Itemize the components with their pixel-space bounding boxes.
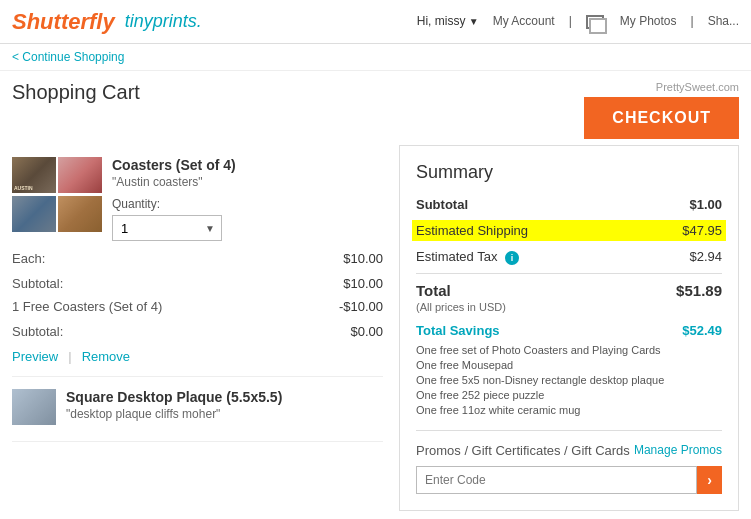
cart-thumb-1 [12,157,56,193]
cart-item-2-info: Square Desktop Plaque (5.5x5.5) "desktop… [66,389,383,429]
each-label: Each: [12,251,45,266]
preview-link[interactable]: Preview [12,349,58,364]
subtotal-summary-row: Subtotal $1.00 [416,197,722,212]
cart-item-1-actions: Preview | Remove [12,349,383,364]
free-subtotal-label: Subtotal: [12,324,63,339]
summary-title: Summary [416,162,722,183]
each-price-row: Each: $10.00 [12,251,383,266]
my-account-link[interactable]: My Account [493,14,555,28]
photos-thumbnail-icon [586,15,604,29]
promo-submit-button[interactable]: › [697,466,722,494]
free-item-row: 1 Free Coasters (Set of 4) -$10.00 [12,299,383,314]
greeting-text: Hi, missy ▼ [417,14,479,28]
share-link[interactable]: Sha... [708,14,739,28]
subtotal-value-1: $10.00 [343,276,383,291]
header: Shutterfly tinyprints. Hi, missy ▼ My Ac… [0,0,751,44]
page-title: Shopping Cart [12,81,140,104]
main-content: Coasters (Set of 4) "Austin coasters" Qu… [0,145,751,519]
savings-label: Total Savings [416,323,500,338]
continue-shopping-link[interactable]: Continue Shopping [12,50,124,64]
promo-section-label: Promos / Gift Certificates / Gift Cards [416,443,630,458]
quantity-select-wrapper[interactable]: 1 2 3 ▼ [112,215,222,241]
tax-label-text: Estimated Tax [416,249,497,264]
cart-item-2-header: Square Desktop Plaque (5.5x5.5) "desktop… [12,389,383,429]
savings-item-1: One free set of Photo Coasters and Playi… [416,344,722,356]
tax-summary-label: Estimated Tax i [416,249,519,265]
cart-item-1-name: Coasters (Set of 4) [112,157,383,173]
savings-value: $52.49 [682,323,722,338]
shipping-summary-label: Estimated Shipping [416,223,528,238]
savings-item-3: One free 5x5 non-Disney rectangle deskto… [416,374,722,386]
quantity-select[interactable]: 1 2 3 [113,216,221,240]
remove-link[interactable]: Remove [82,349,130,364]
shutterfly-logo: Shutterfly [12,9,115,35]
free-subtotal-value: $0.00 [350,324,383,339]
page-title-row: Shopping Cart PrettySweet.com CHECKOUT [0,71,751,145]
photos-icon [586,14,606,29]
cart-item-2-image [12,389,56,425]
free-subtotal-row: Subtotal: $0.00 [12,324,383,339]
cart-item-1: Coasters (Set of 4) "Austin coasters" Qu… [12,145,383,377]
cart-item-2-name: Square Desktop Plaque (5.5x5.5) [66,389,383,405]
cart-section: Coasters (Set of 4) "Austin coasters" Qu… [12,145,399,511]
my-photos-link[interactable]: My Photos [620,14,677,28]
tax-summary-value: $2.94 [689,249,722,265]
total-value: $51.89 [676,282,722,299]
summary-section: Summary Subtotal $1.00 Estimated Shippin… [399,145,739,511]
total-summary-row: Total $51.89 [416,282,722,299]
greeting-dropdown-icon[interactable]: ▼ [469,16,479,27]
checkout-area: PrettySweet.com CHECKOUT [584,81,739,139]
cart-item-1-qty-label: Quantity: [112,197,383,211]
tax-info-icon[interactable]: i [505,251,519,265]
savings-item-5: One free 11oz white ceramic mug [416,404,722,416]
sub-header: Continue Shopping [0,44,751,71]
cart-item-1-images [12,157,102,232]
shipping-summary-row: Estimated Shipping $47.95 [412,220,726,241]
checkout-button[interactable]: CHECKOUT [584,97,739,139]
cart-item-1-desc: "Austin coasters" [112,175,383,189]
total-label: Total [416,282,451,299]
free-item-value: -$10.00 [339,299,383,314]
tax-summary-row: Estimated Tax i $2.94 [416,249,722,265]
cart-thumb-3 [12,196,56,232]
divider-2: | [691,14,694,28]
subtotal-summary-label: Subtotal [416,197,468,212]
savings-row: Total Savings $52.49 [416,323,722,338]
cart-item-2-desc: "desktop plaque cliffs moher" [66,407,383,421]
cart-thumb-4 [58,196,102,232]
promo-code-input[interactable] [416,466,697,494]
savings-item-2: One free Mousepad [416,359,722,371]
subtotal-summary-value: $1.00 [689,197,722,212]
actions-divider: | [68,349,71,364]
subtotal-label-1: Subtotal: [12,276,63,291]
tinyprints-logo: tinyprints. [125,11,202,32]
greeting-name: Hi, missy [417,14,466,28]
promo-input-row: › [416,466,722,494]
usd-note: (All prices in USD) [416,301,722,313]
free-item-label: 1 Free Coasters (Set of 4) [12,299,162,314]
summary-divider-1 [416,273,722,274]
savings-item-4: One free 252 piece puzzle [416,389,722,401]
cart-thumb-2 [58,157,102,193]
cart-item-1-info: Coasters (Set of 4) "Austin coasters" Qu… [112,157,383,241]
promo-title-row: Promos / Gift Certificates / Gift Cards … [416,443,722,458]
cart-item-1-header: Coasters (Set of 4) "Austin coasters" Qu… [12,157,383,241]
cart-item-2: Square Desktop Plaque (5.5x5.5) "desktop… [12,377,383,442]
pretty-sweet-label: PrettySweet.com [656,81,739,93]
shipping-summary-value: $47.95 [682,223,722,238]
divider-1: | [569,14,572,28]
manage-promos-link[interactable]: Manage Promos [634,443,722,457]
promo-section: Promos / Gift Certificates / Gift Cards … [416,430,722,494]
subtotal-row-1: Subtotal: $10.00 [12,276,383,291]
each-value: $10.00 [343,251,383,266]
savings-list: One free set of Photo Coasters and Playi… [416,344,722,416]
header-right: Hi, missy ▼ My Account | My Photos | Sha… [417,14,739,29]
